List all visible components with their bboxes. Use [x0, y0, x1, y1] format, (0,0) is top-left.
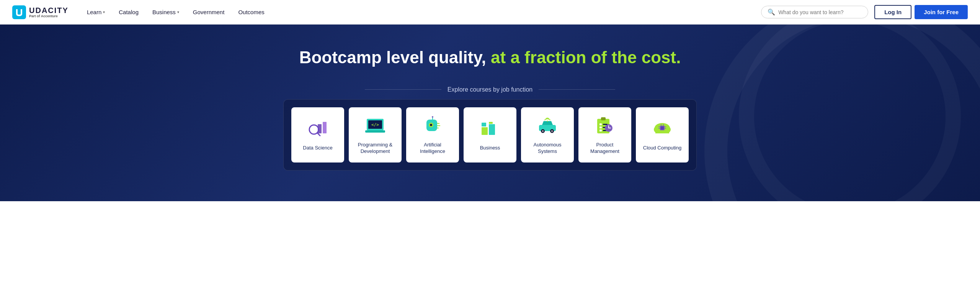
navbar: UDACITY Part of Accenture Learn ▾ Catalo…: [0, 0, 980, 25]
nav-item-outcomes[interactable]: Outcomes: [232, 6, 270, 18]
course-label-product: Product Management: [585, 142, 625, 155]
course-label-ai: Artificial Intelligence: [412, 142, 453, 155]
autonomous-icon: [535, 115, 560, 136]
chevron-down-icon: ▾: [177, 10, 179, 14]
nav-item-government[interactable]: Government: [187, 6, 231, 18]
svg-point-16: [432, 116, 433, 118]
logo-sub: Part of Accenture: [29, 15, 69, 18]
svg-rect-33: [599, 130, 602, 131]
search-area: 🔍: [761, 6, 868, 18]
svg-rect-17: [482, 127, 488, 135]
course-label-cloud: Cloud Computing: [643, 145, 681, 151]
product-icon: [593, 115, 617, 136]
course-card-data-science[interactable]: Data Science: [291, 107, 344, 162]
svg-point-23: [542, 130, 544, 132]
login-button[interactable]: Log In: [874, 5, 911, 19]
svg-rect-31: [599, 126, 602, 128]
course-card-autonomous[interactable]: Autonomous Systems: [521, 107, 574, 162]
nav-item-catalog[interactable]: Catalog: [113, 6, 145, 18]
ai-icon: [420, 115, 445, 136]
svg-rect-43: [661, 126, 664, 130]
search-input[interactable]: [778, 9, 862, 15]
nav-item-learn[interactable]: Learn ▾: [81, 6, 111, 18]
course-card-product[interactable]: Product Management: [578, 107, 631, 162]
svg-line-4: [317, 133, 320, 136]
svg-rect-29: [599, 123, 602, 125]
udacity-logo-icon: [12, 5, 26, 19]
svg-rect-2: [323, 122, 327, 133]
svg-rect-20: [489, 122, 493, 124]
svg-rect-8: [365, 130, 385, 133]
nav-item-business[interactable]: Business ▾: [146, 6, 185, 18]
courses-section-label: Explore courses by job function: [283, 86, 697, 93]
svg-rect-18: [489, 124, 495, 135]
svg-text:</>: </>: [371, 122, 379, 127]
svg-rect-19: [482, 123, 486, 126]
svg-rect-28: [601, 117, 606, 120]
course-label-programming: Programming & Development: [355, 142, 395, 155]
courses-grid: Data Science </> Programming & Developme: [283, 99, 697, 171]
course-card-business[interactable]: Business: [464, 107, 516, 162]
course-card-ai[interactable]: Artificial Intelligence: [406, 107, 459, 162]
course-label-data-science: Data Science: [303, 145, 332, 151]
course-card-cloud[interactable]: Cloud Computing: [636, 107, 689, 162]
logo-name: UDACITY: [29, 6, 69, 15]
programming-icon: </>: [363, 115, 387, 136]
course-label-business: Business: [480, 145, 500, 151]
svg-point-11: [430, 124, 432, 126]
logo[interactable]: UDACITY Part of Accenture: [12, 5, 69, 19]
nav-links: Learn ▾ Catalog Business ▾ Government Ou…: [81, 6, 761, 18]
cloud-icon: [650, 118, 675, 140]
svg-point-26: [547, 120, 548, 121]
course-label-autonomous: Autonomous Systems: [527, 142, 568, 155]
business-icon: [478, 118, 502, 140]
join-button[interactable]: Join for Free: [915, 5, 968, 19]
hero-title: Bootcamp level quality, at a fraction of…: [299, 48, 681, 68]
course-card-programming[interactable]: </> Programming & Development: [349, 107, 402, 162]
courses-section: Explore courses by job function Data Sci…: [283, 86, 697, 171]
hero-section: Bootcamp level quality, at a fraction of…: [0, 25, 980, 201]
search-icon: 🔍: [768, 8, 775, 16]
svg-point-25: [551, 130, 553, 132]
data-science-icon: [305, 118, 330, 140]
svg-rect-0: [12, 5, 26, 19]
chevron-down-icon: ▾: [103, 10, 105, 14]
logo-text: UDACITY Part of Accenture: [29, 6, 69, 18]
